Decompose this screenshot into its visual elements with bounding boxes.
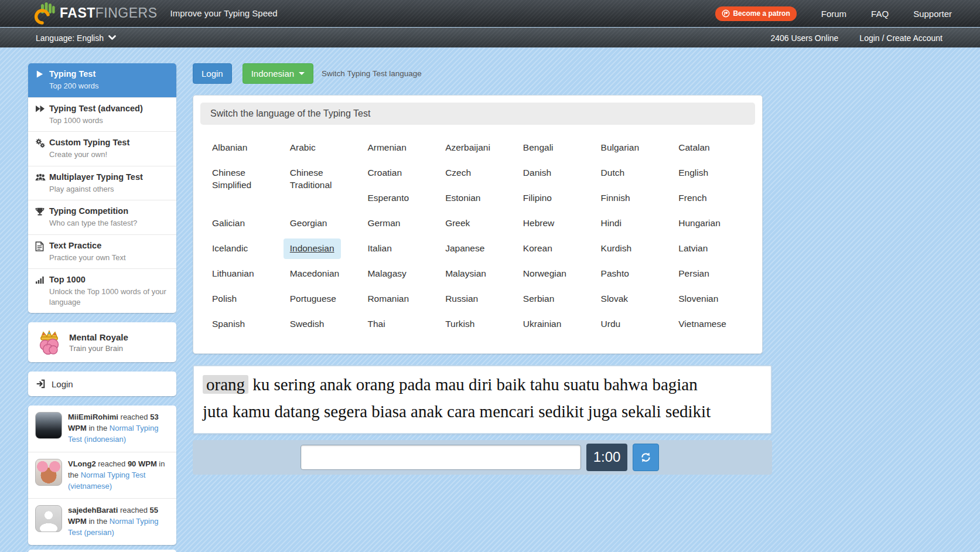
language-link-indonesian[interactable]: Indonesian xyxy=(284,238,341,259)
language-link-icelandic[interactable]: Icelandic xyxy=(206,238,254,259)
sidebar-login-button[interactable]: Login xyxy=(28,372,176,396)
language-link-french[interactable]: French xyxy=(672,188,713,209)
language-cell-empty xyxy=(284,188,361,213)
site-logo[interactable]: FASTFINGERS xyxy=(34,2,158,25)
language-link-bulgarian[interactable]: Bulgarian xyxy=(595,138,646,158)
language-cell: English xyxy=(672,163,750,188)
sidebar-item-typing-test-advanced[interactable]: Typing Test (advanced)Top 1000 words xyxy=(28,97,176,132)
site-language-selector[interactable]: Language: English xyxy=(36,33,116,43)
language-link-korean[interactable]: Korean xyxy=(517,238,559,259)
language-grid: AlbanianArabicArmenianAzerbaijaniBengali… xyxy=(200,138,755,339)
test-language-dropdown[interactable]: Indonesian xyxy=(243,63,313,84)
nav-link-faq[interactable]: FAQ xyxy=(871,9,889,19)
language-link-filipino[interactable]: Filipino xyxy=(517,188,558,209)
language-link-german[interactable]: German xyxy=(361,213,407,234)
language-link-spanish[interactable]: Spanish xyxy=(206,314,251,335)
login-create-account-link[interactable]: Login / Create Account xyxy=(859,33,943,43)
achievement-test-link[interactable]: Normal Typing Test (vietnamese) xyxy=(68,471,145,490)
sidebar-menu-card: Typing TestTop 200 wordsTyping Test (adv… xyxy=(28,63,176,313)
language-link-italian[interactable]: Italian xyxy=(361,238,398,259)
language-link-czech[interactable]: Czech xyxy=(439,163,477,183)
language-link-ukrainian[interactable]: Ukrainian xyxy=(517,314,568,335)
language-link-norwegian[interactable]: Norwegian xyxy=(517,264,573,284)
cartoon-avatar xyxy=(35,459,62,486)
trophy-icon xyxy=(35,206,49,229)
chevron-down-icon xyxy=(108,35,116,40)
language-link-portuguese[interactable]: Portuguese xyxy=(284,289,343,309)
language-link-serbian[interactable]: Serbian xyxy=(517,289,561,309)
sidebar-item-subtitle: Play against others xyxy=(49,184,143,195)
language-link-malaysian[interactable]: Malaysian xyxy=(439,264,493,284)
language-cell: Croatian xyxy=(361,163,439,188)
sidebar-item-multiplayer-typing-test[interactable]: Multiplayer Typing TestPlay against othe… xyxy=(28,166,176,200)
language-link-thai[interactable]: Thai xyxy=(361,314,391,335)
typing-input-bar: 1:00 xyxy=(193,440,772,475)
sidebar-item-title: Typing Test (advanced) xyxy=(49,104,143,113)
sidebar-item-typing-test[interactable]: Typing TestTop 200 words xyxy=(28,63,176,97)
language-link-hungarian[interactable]: Hungarian xyxy=(672,213,727,234)
achievement-username: VLong2 xyxy=(68,459,96,468)
language-link-estonian[interactable]: Estonian xyxy=(439,188,487,209)
sidebar-item-typing-competition[interactable]: Typing CompetitionWho can type the faste… xyxy=(28,200,176,234)
language-link-polish[interactable]: Polish xyxy=(206,289,243,309)
restart-test-button[interactable] xyxy=(633,444,659,471)
language-link-romanian[interactable]: Romanian xyxy=(361,289,415,309)
language-link-slovenian[interactable]: Slovenian xyxy=(672,289,725,309)
language-link-swedish[interactable]: Swedish xyxy=(284,314,331,335)
achievement-wpm: 90 WPM xyxy=(128,459,157,468)
language-link-vietnamese[interactable]: Vietnamese xyxy=(672,314,733,335)
nav-link-forum[interactable]: Forum xyxy=(821,9,846,19)
language-link-lithuanian[interactable]: Lithuanian xyxy=(206,264,261,284)
language-link-malagasy[interactable]: Malagasy xyxy=(361,264,412,284)
language-link-croatian[interactable]: Croatian xyxy=(361,163,408,183)
next-card-edge xyxy=(28,550,176,552)
language-link-azerbaijani[interactable]: Azerbaijani xyxy=(439,138,497,158)
language-link-catalan[interactable]: Catalan xyxy=(672,138,716,158)
language-link-urdu[interactable]: Urdu xyxy=(595,314,627,335)
language-link-persian[interactable]: Persian xyxy=(672,264,716,284)
sidebar-item-mental-royale[interactable]: Mental Royale Train your Brain xyxy=(28,322,176,362)
language-cell: Azerbaijani xyxy=(439,138,517,163)
language-link-japanese[interactable]: Japanese xyxy=(439,238,491,259)
top-navbar: FASTFINGERS Improve your Typing Speed Be… xyxy=(0,0,980,27)
language-link-latvian[interactable]: Latvian xyxy=(672,238,714,259)
achievement-item: MiiEmiRohimi reached 53 WPM in the Norma… xyxy=(28,406,176,452)
language-cell: Chinese Traditional xyxy=(284,163,361,188)
language-link-esperanto[interactable]: Esperanto xyxy=(361,188,415,209)
language-link-macedonian[interactable]: Macedonian xyxy=(284,264,346,284)
language-link-armenian[interactable]: Armenian xyxy=(361,138,412,158)
language-cell: Icelandic xyxy=(206,238,284,264)
become-patron-button[interactable]: Become a patron xyxy=(715,6,796,21)
language-link-hindi[interactable]: Hindi xyxy=(595,213,628,234)
language-link-danish[interactable]: Danish xyxy=(517,163,558,183)
language-link-dutch[interactable]: Dutch xyxy=(595,163,631,183)
language-link-pashto[interactable]: Pashto xyxy=(595,264,636,284)
language-link-albanian[interactable]: Albanian xyxy=(206,138,254,158)
language-link-russian[interactable]: Russian xyxy=(439,289,484,309)
language-link-turkish[interactable]: Turkish xyxy=(439,314,481,335)
language-link-english[interactable]: English xyxy=(672,163,715,183)
language-cell: Arabic xyxy=(284,138,361,163)
typing-input[interactable] xyxy=(301,445,581,470)
language-link-kurdish[interactable]: Kurdish xyxy=(595,238,638,259)
sidebar-item-text-practice[interactable]: Text PracticePractice your own Text xyxy=(28,234,176,269)
language-cell: Albanian xyxy=(206,138,284,163)
language-link-greek[interactable]: Greek xyxy=(439,213,476,234)
language-cell: Bengali xyxy=(517,138,595,163)
language-link-finnish[interactable]: Finnish xyxy=(595,188,637,209)
language-link-arabic[interactable]: Arabic xyxy=(284,138,322,158)
language-cell: Filipino xyxy=(517,188,595,213)
language-link-slovak[interactable]: Slovak xyxy=(595,289,635,309)
login-button[interactable]: Login xyxy=(193,63,232,84)
language-cell: Bulgarian xyxy=(595,138,672,163)
logo-text: FASTFINGERS xyxy=(60,5,158,21)
language-link-hebrew[interactable]: Hebrew xyxy=(517,213,561,234)
language-link-bengali[interactable]: Bengali xyxy=(517,138,560,158)
sidebar-item-subtitle: Unlock the Top 1000 words of your langua… xyxy=(49,287,169,307)
sidebar-item-top-1000[interactable]: Top 1000Unlock the Top 1000 words of you… xyxy=(28,268,176,313)
language-cell: Kurdish xyxy=(595,238,672,264)
nav-link-supporter[interactable]: Supporter xyxy=(913,9,952,19)
sidebar-item-custom-typing-test[interactable]: Custom Typing TestCreate your own! xyxy=(28,131,176,166)
language-link-galician[interactable]: Galician xyxy=(206,213,251,234)
language-link-georgian[interactable]: Georgian xyxy=(284,213,334,234)
